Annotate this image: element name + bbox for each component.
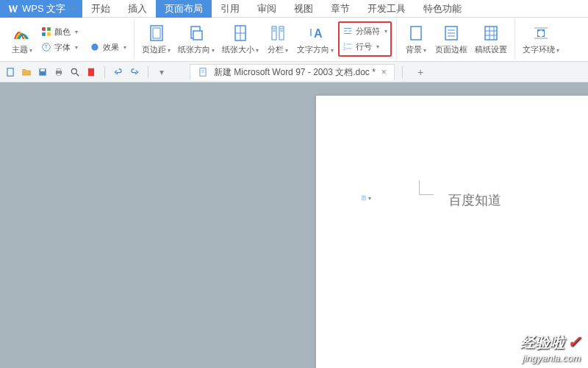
save-icon[interactable]	[37, 66, 49, 78]
manuscript-label: 稿纸设置	[475, 44, 507, 55]
border-button[interactable]: 页面边框	[432, 22, 470, 57]
line-number-icon: 12	[343, 41, 353, 52]
svg-rect-2	[42, 32, 46, 36]
page-side-icon[interactable]: ▾	[361, 191, 371, 205]
margin-corner-mark	[419, 180, 434, 195]
svg-rect-28	[411, 26, 421, 40]
font-button[interactable]: T 字体▾	[38, 40, 81, 54]
open-icon[interactable]	[21, 66, 32, 78]
svg-text:2: 2	[343, 47, 345, 51]
effect-icon	[90, 42, 100, 52]
effect-label: 效果	[103, 42, 119, 53]
manuscript-button[interactable]: 稿纸设置	[472, 22, 510, 57]
margins-button[interactable]: 页边距▾	[139, 22, 173, 57]
wrap-button[interactable]: 文字环绕▾	[520, 22, 562, 57]
tab-references[interactable]: 引用	[212, 0, 248, 18]
theme-icon	[12, 24, 32, 43]
line-number-button[interactable]: 12 行号▾	[340, 40, 390, 54]
quick-access-toolbar: ▾ 新建 Microsoft Word 97 - 2003 文档.doc * ×…	[0, 62, 588, 82]
pdf-icon[interactable]	[85, 66, 97, 78]
svg-rect-10	[193, 31, 202, 40]
margins-icon	[147, 24, 166, 43]
direction-button[interactable]: IA 文字方向▾	[294, 22, 337, 57]
svg-rect-3	[47, 32, 51, 36]
columns-button[interactable]: 分栏▾	[263, 22, 293, 57]
tab-chapter[interactable]: 章节	[322, 0, 359, 18]
border-label: 页面边框	[435, 44, 467, 55]
theme-button[interactable]: 主题▾	[7, 22, 37, 57]
svg-point-47	[71, 68, 76, 74]
ribbon: 主题▾ 颜色▾ T 字体▾ 效果▾ 页边距▾	[0, 18, 588, 62]
font-label: 字体	[54, 42, 71, 53]
breaks-label: 分隔符	[356, 26, 380, 37]
wrap-label: 文字环绕	[523, 45, 555, 54]
app-name: WPS 文字	[22, 2, 65, 15]
app-dropdown-icon: ▾	[71, 5, 75, 13]
size-button[interactable]: 纸张大小▾	[219, 22, 262, 57]
svg-rect-41	[7, 68, 13, 76]
menu-tabs: 开始 插入 页面布局 引用 审阅 视图 章节 开发工具 特色功能	[82, 0, 470, 18]
color-label: 颜色	[54, 26, 71, 38]
background-label: 背景	[406, 45, 422, 54]
document-page[interactable]: ▾ 百度知道	[316, 96, 588, 368]
svg-rect-45	[57, 68, 61, 71]
orientation-button[interactable]: 纸张方向▾	[175, 22, 218, 57]
size-icon	[231, 24, 250, 43]
svg-text:1: 1	[343, 43, 345, 46]
breaks-button[interactable]: 分隔符▾	[340, 24, 390, 38]
font-icon: T	[41, 42, 51, 52]
doc-icon	[198, 67, 208, 77]
color-icon	[41, 26, 51, 37]
qat-customize-icon[interactable]: ▾	[156, 66, 168, 78]
svg-point-6	[91, 43, 98, 50]
theme-group: 主题▾ 颜色▾ T 字体▾ 效果▾	[3, 19, 135, 60]
direction-label: 文字方向	[297, 45, 329, 54]
columns-icon	[268, 24, 287, 43]
doc-title: 新建 Microsoft Word 97 - 2003 文档.doc *	[214, 66, 376, 79]
svg-rect-0	[42, 27, 46, 31]
margins-label: 页边距	[142, 45, 166, 54]
columns-label: 分栏	[268, 45, 284, 54]
direction-icon: IA	[306, 24, 325, 43]
app-logo-icon	[7, 4, 18, 14]
preview-icon[interactable]	[69, 66, 81, 78]
manuscript-icon	[481, 24, 501, 43]
svg-rect-1	[47, 27, 51, 31]
page-body-text: 百度知道	[448, 191, 501, 209]
document-tab[interactable]: 新建 Microsoft Word 97 - 2003 文档.doc * ×	[190, 64, 395, 80]
undo-icon[interactable]	[112, 66, 124, 78]
svg-rect-46	[57, 73, 61, 75]
tab-view[interactable]: 视图	[285, 0, 322, 18]
add-tab-button[interactable]: +	[417, 66, 423, 78]
tab-special[interactable]: 特色功能	[415, 0, 470, 18]
print-icon[interactable]	[53, 66, 65, 78]
watermark-title: 经验啦	[520, 334, 564, 350]
theme-label: 主题	[12, 45, 28, 54]
svg-rect-43	[40, 68, 45, 71]
color-button[interactable]: 颜色▾	[38, 25, 129, 39]
svg-text:I: I	[309, 26, 312, 38]
wrap-icon	[531, 24, 551, 43]
background-button[interactable]: 背景▾	[401, 22, 431, 57]
tab-insert[interactable]: 插入	[119, 0, 156, 18]
orientation-label: 纸张方向	[178, 45, 210, 54]
tab-start[interactable]: 开始	[82, 0, 119, 18]
tab-review[interactable]: 审阅	[248, 0, 285, 18]
app-badge[interactable]: WPS 文字 ▾	[0, 0, 82, 18]
check-icon: ✓	[567, 333, 581, 351]
effect-button[interactable]: 效果▾	[87, 40, 129, 54]
breaks-icon	[343, 26, 353, 36]
border-icon	[442, 24, 461, 43]
close-icon[interactable]: ×	[381, 67, 387, 77]
tab-devtools[interactable]: 开发工具	[359, 0, 415, 18]
svg-text:A: A	[314, 27, 323, 40]
tab-page-layout[interactable]: 页面布局	[156, 0, 212, 18]
svg-line-48	[76, 73, 79, 76]
redo-icon[interactable]	[129, 66, 140, 78]
svg-rect-49	[88, 68, 94, 76]
workspace: ▾ 百度知道 经验啦✓ jingyanla.com	[0, 82, 588, 368]
new-icon[interactable]	[4, 66, 16, 78]
breaks-highlight: 分隔符▾ 12 行号▾	[338, 21, 392, 57]
watermark: 经验啦✓ jingyanla.com	[520, 333, 581, 364]
svg-rect-33	[485, 26, 497, 40]
